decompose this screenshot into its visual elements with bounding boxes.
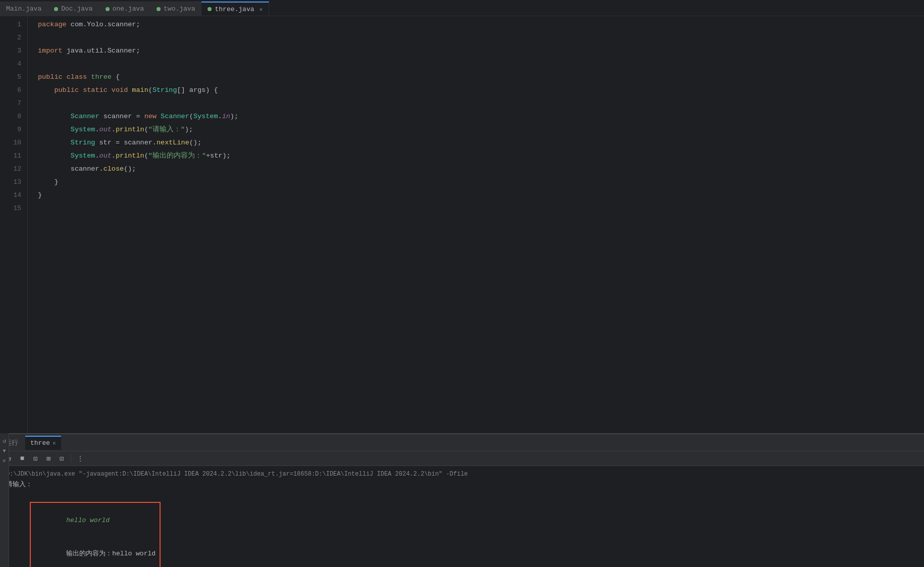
- line-5: ▶ 5: [0, 71, 21, 84]
- param: args) {: [185, 85, 218, 96]
- code-editor[interactable]: package com.Yolo.scanner; import java.ut…: [28, 16, 924, 433]
- dot9b: .: [112, 124, 116, 135]
- console-prompt-line: 请输入：: [6, 479, 918, 490]
- line-14: 14: [0, 189, 21, 202]
- line-8: 8: [0, 110, 21, 123]
- console-toolbar: ↺ ■ ⊡ ⊞ ⊡ ⋮: [0, 451, 924, 466]
- line-7: 7: [0, 97, 21, 110]
- dot: .: [218, 111, 222, 122]
- strip-menu-icon[interactable]: ≡: [1, 457, 8, 465]
- dot11b: .: [112, 150, 116, 162]
- line-10: 10: [0, 136, 21, 149]
- classname-three: three: [91, 72, 112, 83]
- field-out-9: out: [99, 124, 112, 135]
- code-line-10: String str = scanner. nextLine ();: [38, 136, 924, 149]
- panel-tab-three[interactable]: three ✕: [25, 436, 61, 450]
- space: scanner =: [99, 111, 144, 122]
- tab-two-label: two.java: [164, 5, 195, 13]
- code-line-7: [38, 97, 924, 110]
- system-9: System: [71, 124, 95, 135]
- code-line-2: [38, 31, 924, 44]
- console-hello-line: hello world 输出的内容为：hello world: [6, 490, 918, 567]
- space: [79, 85, 83, 96]
- line-1: 1: [0, 18, 21, 31]
- type-string: String: [152, 85, 177, 96]
- dot9: .: [95, 124, 99, 135]
- tab-bar: Main.java Doc.java one.java two.java thr…: [0, 0, 924, 16]
- line-11: 11: [0, 149, 21, 163]
- indent2: [38, 150, 71, 162]
- close12: ();: [124, 164, 136, 175]
- code-line-9: System . out . println ( "请输入：" );: [38, 123, 924, 136]
- console-output[interactable]: D:\JDK\bin\java.exe "-javaagent:D:\IDEA\…: [0, 466, 924, 567]
- close9: );: [185, 124, 193, 135]
- pin-button[interactable]: ⊞: [43, 453, 54, 463]
- code-line-1: package com.Yolo.scanner;: [38, 18, 924, 31]
- code-line-13: }: [38, 176, 924, 189]
- toolbar-separator: [71, 454, 71, 462]
- line-15: 15: [0, 202, 21, 215]
- tab-three-close-icon[interactable]: ✕: [260, 6, 263, 13]
- console-hello-text: hello world: [66, 517, 110, 524]
- tab-doc[interactable]: Doc.java: [48, 2, 99, 16]
- method-println-11: println: [116, 150, 144, 162]
- editor-area: 1 2 3 4 ▶ 5 ▶ 6 7 8 9 10 11 12 13 14 15 …: [0, 16, 924, 433]
- code-line-5: public class three {: [38, 71, 924, 84]
- tab-two[interactable]: two.java: [150, 2, 201, 16]
- paren11: (: [144, 150, 148, 162]
- stop-button[interactable]: ■: [17, 453, 27, 463]
- type-scanner: Scanner: [71, 111, 99, 122]
- paren2: (: [189, 111, 193, 122]
- keyword-new: new: [144, 111, 157, 122]
- string-output: "输出的内容为：": [148, 150, 206, 162]
- dot11: .: [95, 150, 99, 162]
- space: [128, 85, 132, 96]
- strip-down-icon[interactable]: ▼: [1, 447, 8, 454]
- code-line-4: [38, 58, 924, 71]
- close10: ();: [189, 137, 201, 148]
- code-text: com.Yolo.scanner;: [67, 19, 140, 30]
- code-line-14: }: [38, 189, 924, 202]
- plus11: +str);: [206, 150, 231, 162]
- tab-one[interactable]: one.java: [99, 2, 150, 16]
- paren: (: [148, 85, 152, 96]
- line-13: 13: [0, 176, 21, 189]
- string-prompt: "请输入：": [148, 124, 185, 135]
- line-6: ▶ 6: [0, 84, 21, 97]
- more-button[interactable]: ⋮: [75, 453, 85, 463]
- type-scanner2: Scanner: [161, 111, 189, 122]
- brace13: }: [54, 177, 58, 188]
- close: );: [230, 111, 238, 122]
- panel-tab-close-icon[interactable]: ✕: [53, 440, 56, 446]
- tab-doc-dot: [54, 7, 58, 11]
- indent2: [38, 137, 71, 148]
- keyword-class: class: [67, 72, 87, 83]
- keyword-public-5: public: [38, 72, 63, 83]
- space: [87, 72, 91, 83]
- settings-button[interactable]: ⊡: [57, 453, 67, 463]
- line-9: 9: [0, 123, 21, 136]
- line-3: 3: [0, 44, 21, 58]
- tab-main[interactable]: Main.java: [0, 2, 48, 16]
- restore-button[interactable]: ⊡: [30, 453, 40, 463]
- line-4: 4: [0, 58, 21, 71]
- strip-refresh-icon[interactable]: ↺: [1, 437, 8, 444]
- line-2: 2: [0, 31, 21, 44]
- tab-one-dot: [106, 7, 110, 11]
- keyword-static: static: [83, 85, 108, 96]
- method-main: main: [132, 85, 148, 96]
- field-in: in: [222, 111, 230, 122]
- indent2: [38, 124, 71, 135]
- console-cmd-line: D:\JDK\bin\java.exe "-javaagent:D:\IDEA\…: [6, 469, 918, 479]
- tab-three[interactable]: three.java ✕: [201, 2, 269, 16]
- panel-header: 运行 three ✕: [0, 434, 924, 451]
- brace14: }: [38, 190, 42, 201]
- text10: str = scanner.: [95, 137, 157, 148]
- code-line-6: public static void main ( String [] args…: [38, 84, 924, 97]
- code-text: java.util.Scanner;: [63, 45, 140, 57]
- code-line-15: [38, 202, 924, 215]
- tab-one-label: one.java: [113, 5, 144, 13]
- tab-three-dot: [208, 7, 212, 11]
- scanner-close: scanner.: [71, 164, 104, 175]
- line-12: 12: [0, 163, 21, 176]
